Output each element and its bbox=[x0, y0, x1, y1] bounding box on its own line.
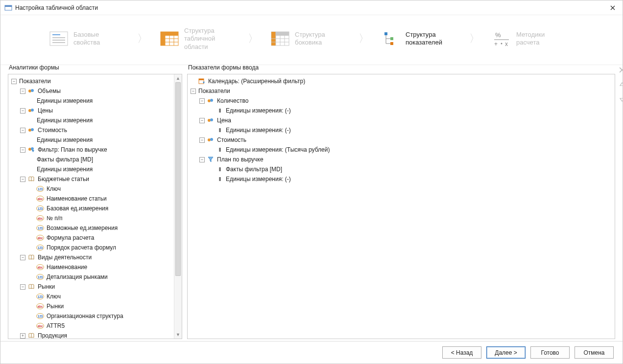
tree-row[interactable]: IIIЕдиницы измерения: (-) bbox=[191, 106, 615, 115]
expand-toggle[interactable]: − bbox=[199, 98, 205, 104]
expand-toggle[interactable]: − bbox=[11, 79, 17, 84]
svg-text:abc: abc bbox=[37, 324, 43, 328]
expand-toggle[interactable]: − bbox=[20, 177, 25, 182]
tree-row[interactable]: 123Ключ bbox=[11, 292, 174, 301]
svg-point-71 bbox=[208, 99, 211, 102]
tree-row[interactable]: Единицы измерения bbox=[11, 115, 174, 125]
tree-row[interactable]: −Количество bbox=[191, 96, 615, 106]
tree-row[interactable]: −Стоимость bbox=[11, 125, 174, 135]
back-button[interactable]: < Назад bbox=[442, 346, 481, 359]
expand-toggle[interactable]: − bbox=[20, 284, 25, 290]
tree-row[interactable]: −Бюджетные статьи bbox=[11, 174, 174, 184]
tree-label: Виды деятельности bbox=[37, 254, 92, 261]
step-calc-methods[interactable]: % + x Методики расчета bbox=[489, 26, 577, 51]
step-side-structure[interactable]: Структура боковика bbox=[267, 26, 356, 51]
svg-rect-23 bbox=[384, 32, 387, 35]
finish-button[interactable]: Готово bbox=[530, 346, 570, 359]
svg-point-33 bbox=[28, 109, 31, 112]
calendar-icon bbox=[198, 77, 206, 85]
move-down-button[interactable] bbox=[618, 95, 623, 103]
tree-label: Рынки bbox=[46, 303, 64, 310]
book-icon bbox=[27, 175, 35, 183]
tree-label: Единицы измерения: (-) bbox=[225, 127, 291, 134]
close-button[interactable] bbox=[607, 2, 619, 14]
tree-row[interactable]: −Цена bbox=[191, 115, 615, 125]
scrollbar[interactable]: ▲ ▼ bbox=[174, 74, 182, 339]
tree-label: Показатели bbox=[198, 88, 230, 94]
tree-row[interactable]: 123Базовая ед.измерения bbox=[11, 204, 174, 213]
step-basic-properties[interactable]: Базовые свойства bbox=[46, 26, 134, 51]
tree-row[interactable]: abcATTR5 bbox=[11, 321, 174, 331]
tree-row[interactable]: Календарь: (Расширенный фильтр) bbox=[191, 76, 615, 86]
step-table-structure[interactable]: Структура табличной области bbox=[157, 24, 245, 54]
tree-row[interactable]: Единицы измерения bbox=[11, 135, 174, 145]
text-attr-icon: abc bbox=[36, 263, 44, 271]
delete-button[interactable] bbox=[618, 66, 623, 74]
tree-row[interactable]: 123Возможные ед.измерения bbox=[11, 223, 174, 233]
tree-row[interactable]: abcНаименование bbox=[11, 262, 174, 272]
indicator-icon bbox=[27, 107, 35, 114]
tree-row[interactable]: IIIЕдиницы измерения: (-) bbox=[191, 125, 615, 135]
step-label: боковика bbox=[295, 39, 325, 46]
scroll-down-icon[interactable]: ▼ bbox=[174, 331, 182, 339]
tree-row[interactable]: Факты фильтра [MD] bbox=[11, 155, 174, 164]
tree-label: Единицы измерения bbox=[36, 117, 93, 124]
indicators-tree[interactable]: Календарь: (Расширенный фильтр)−Показате… bbox=[187, 74, 615, 339]
tree-row[interactable]: −Цены bbox=[11, 106, 174, 115]
expand-toggle[interactable]: − bbox=[20, 108, 25, 114]
expand-toggle[interactable]: − bbox=[199, 157, 205, 162]
expand-toggle[interactable]: − bbox=[20, 147, 25, 153]
svg-point-72 bbox=[210, 99, 213, 102]
tree-row[interactable]: abcНаименование статьи bbox=[11, 194, 174, 204]
step-label: Структура bbox=[406, 31, 442, 39]
tree-row[interactable]: −Рынки bbox=[11, 282, 174, 292]
tree-row[interactable]: abcФормула расчета bbox=[11, 233, 174, 243]
tree-label: Единицы измерения bbox=[36, 136, 93, 143]
step-label: Структура bbox=[184, 27, 215, 35]
tree-row[interactable]: IIIЕдиницы измерения: (-) bbox=[191, 174, 615, 184]
tree-label: Формула расчета bbox=[46, 234, 94, 241]
book-icon bbox=[27, 332, 35, 339]
tree-row[interactable]: 123Детализация рынками bbox=[11, 272, 174, 282]
tree-row[interactable]: −Показатели bbox=[191, 86, 615, 96]
move-up-button[interactable] bbox=[618, 81, 623, 89]
step-label: Структура bbox=[295, 31, 325, 39]
tree-row[interactable]: −Объемы bbox=[11, 86, 174, 96]
tree-row[interactable]: 123Порядок расчета формул bbox=[11, 243, 174, 252]
expand-toggle[interactable]: − bbox=[20, 89, 25, 94]
expand-toggle[interactable]: − bbox=[191, 89, 196, 94]
expand-toggle[interactable]: + bbox=[20, 333, 25, 339]
scroll-up-icon[interactable]: ▲ bbox=[174, 74, 182, 82]
tree-row[interactable]: 123Ключ bbox=[11, 184, 174, 194]
step-label: расчета bbox=[516, 39, 545, 46]
tree-label: Ключ bbox=[46, 185, 61, 192]
tree-row[interactable]: IIIФакты фильтра [MD] bbox=[191, 164, 615, 174]
tree-row[interactable]: −Показатели bbox=[11, 76, 174, 86]
expand-toggle[interactable]: − bbox=[20, 128, 25, 133]
tree-row[interactable]: −План по выручке bbox=[191, 155, 615, 164]
tree-row[interactable]: abc№ п/п bbox=[11, 213, 174, 223]
cancel-button[interactable]: Отмена bbox=[575, 346, 614, 359]
expand-toggle[interactable]: − bbox=[20, 255, 25, 260]
tree-row[interactable]: −Стоимость bbox=[191, 135, 615, 145]
expand-toggle[interactable]: − bbox=[199, 118, 205, 123]
svg-text:123: 123 bbox=[38, 207, 43, 210]
analytics-tree[interactable]: −Показатели−ОбъемыЕдиницы измерения−Цены… bbox=[8, 74, 182, 339]
tree-label: Цена bbox=[216, 117, 231, 124]
tree-label: Цены bbox=[37, 107, 53, 114]
tree-row[interactable]: 123Организационная структура bbox=[11, 311, 174, 321]
tree-row[interactable]: IIIЕдиницы измерения: (Тысяча рублей) bbox=[191, 145, 615, 155]
next-button[interactable]: Далее > bbox=[486, 346, 526, 359]
step-indicators-structure[interactable]: Структура показателей bbox=[378, 26, 466, 51]
tree-row[interactable]: +Продукция bbox=[11, 331, 174, 339]
tree-row[interactable]: Единицы измерения bbox=[11, 164, 174, 174]
tree-row[interactable]: Единицы измерения bbox=[11, 96, 174, 106]
svg-point-76 bbox=[210, 138, 213, 141]
tree-row[interactable]: −Фильтр: План по выручке bbox=[11, 145, 174, 155]
tree-row[interactable]: −Виды деятельности bbox=[11, 252, 174, 262]
scroll-thumb[interactable] bbox=[175, 82, 181, 276]
bars-icon: III bbox=[216, 107, 223, 114]
expand-toggle[interactable]: − bbox=[199, 137, 205, 143]
indicator-icon bbox=[27, 126, 35, 134]
tree-row[interactable]: abcРынки bbox=[11, 301, 174, 311]
